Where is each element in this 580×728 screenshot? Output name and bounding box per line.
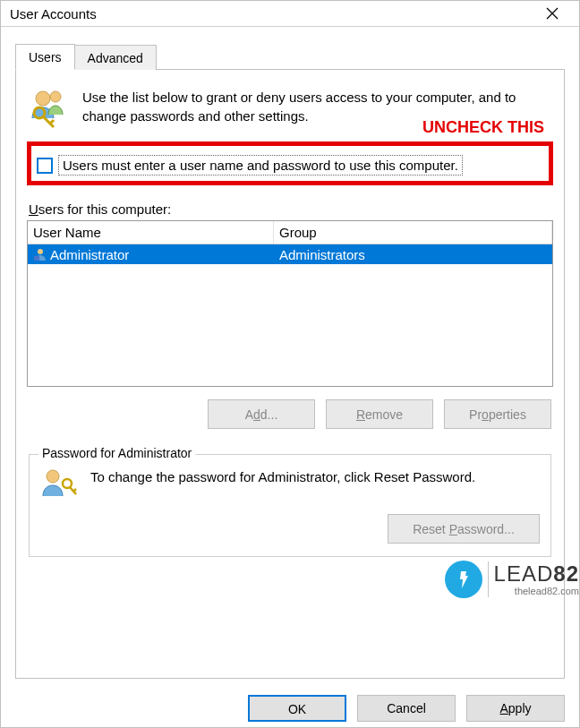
user-buttons-row: Add... Remove Properties: [27, 399, 551, 429]
svg-point-3: [38, 249, 43, 254]
list-user-name: Administrator: [50, 247, 129, 262]
column-user-name[interactable]: User Name: [28, 221, 274, 244]
svg-point-1: [50, 91, 61, 102]
apply-button[interactable]: Apply: [466, 695, 565, 722]
user-icon: [33, 247, 47, 261]
password-groupbox: Password for Administrator To change the…: [29, 454, 551, 557]
user-accounts-window: User Accounts Users Advanced: [0, 0, 580, 728]
ok-button[interactable]: OK: [248, 695, 346, 722]
must-enter-password-checkbox[interactable]: [37, 158, 53, 174]
listview-header: User Name Group: [28, 221, 552, 244]
window-title: User Accounts: [10, 6, 534, 21]
tab-advanced[interactable]: Advanced: [74, 45, 157, 70]
reset-password-button[interactable]: Reset Password...: [388, 514, 540, 544]
remove-button[interactable]: Remove: [326, 399, 433, 429]
must-enter-password-label: Users must enter a user name and passwor…: [58, 155, 463, 176]
cancel-button[interactable]: Cancel: [357, 695, 456, 722]
column-group[interactable]: Group: [274, 221, 552, 244]
checkbox-row[interactable]: Users must enter a user name and passwor…: [37, 155, 543, 176]
svg-point-0: [36, 91, 50, 106]
users-listview[interactable]: User Name Group Administrator: [27, 220, 553, 387]
annotation-red-box: Users must enter a user name and passwor…: [27, 141, 553, 185]
user-key-icon: [40, 467, 78, 498]
svg-point-6: [63, 479, 72, 488]
groupbox-title: Password for Administrator: [38, 446, 195, 460]
client-area: Users Advanced Use the list below to: [1, 27, 579, 686]
svg-point-5: [47, 470, 59, 483]
tab-strip: Users Advanced: [15, 43, 565, 70]
annotation-uncheck-this: UNCHECK THIS: [422, 118, 544, 137]
close-button[interactable]: [534, 1, 570, 26]
dialog-footer: OK Cancel Apply: [1, 686, 579, 728]
svg-rect-4: [34, 256, 39, 261]
titlebar: User Accounts: [1, 1, 579, 27]
close-icon: [546, 7, 559, 20]
password-instruction-text: To change the password for Administrator…: [90, 467, 475, 487]
tab-users[interactable]: Users: [15, 44, 75, 70]
users-for-computer-label: Users for this computer:: [29, 201, 551, 217]
users-label-mnemonic: U: [29, 201, 38, 217]
tab-page-users: Use the list below to grant or deny user…: [15, 70, 565, 679]
list-item[interactable]: Administrator Administrators: [28, 244, 552, 264]
users-key-icon: [27, 86, 70, 129]
list-group: Administrators: [274, 247, 552, 262]
users-label-rest: sers for this computer:: [38, 201, 171, 217]
properties-button[interactable]: Properties: [444, 399, 551, 429]
add-button[interactable]: Add...: [208, 399, 315, 429]
